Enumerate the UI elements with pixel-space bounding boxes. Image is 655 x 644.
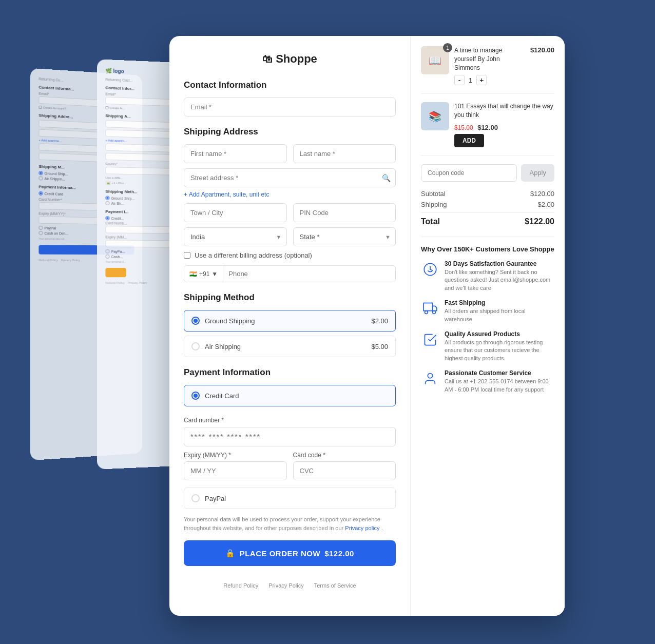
town-field <box>184 203 287 222</box>
coupon-input[interactable] <box>421 164 517 182</box>
product-1-image: 1 📖 <box>421 46 449 74</box>
street-input[interactable] <box>184 168 396 187</box>
product-2-image: 📚 <box>421 102 449 130</box>
total-label: Total <box>421 217 440 226</box>
product-2-name: 101 Essays that will change the way you … <box>454 102 554 120</box>
phone-country-code[interactable]: 🇮🇳 +91 ▼ <box>184 266 223 282</box>
qty-decrease-button[interactable]: - <box>454 75 465 85</box>
city-pin-row <box>184 203 396 222</box>
country-wrapper: India United States United Kingdom ▼ <box>184 227 287 246</box>
product-1-badge: 1 <box>443 43 452 52</box>
pin-field <box>293 203 396 222</box>
place-order-label: PLACE ORDER NOW <box>240 549 321 558</box>
apply-coupon-button[interactable]: Apply <box>521 164 554 182</box>
svg-rect-1 <box>423 303 433 311</box>
product-1-price: $120.00 <box>530 46 554 85</box>
country-select[interactable]: India United States United Kingdom <box>184 227 287 246</box>
subtotal-value: $120.00 <box>530 190 554 198</box>
ground-shipping-price: $2.00 <box>371 317 388 325</box>
air-shipping-option[interactable]: Air Shipping $5.00 <box>184 336 396 357</box>
search-icon: 🔍 <box>382 174 391 182</box>
email-input[interactable] <box>184 97 396 116</box>
name-row <box>184 144 396 163</box>
shipping-value: $2.00 <box>537 201 554 208</box>
trust-4-content: Passionate Customer Service Call us at +… <box>445 369 554 394</box>
cvc-label: Card code * <box>293 452 396 459</box>
total-value: $122.00 <box>525 217 554 226</box>
pin-input[interactable] <box>293 203 396 222</box>
trust-3-title: Quality Assured Products <box>445 330 554 338</box>
credit-card-label: Credit Card <box>205 392 239 400</box>
last-name-input[interactable] <box>293 144 396 163</box>
shipping-label: Shipping <box>421 201 447 208</box>
trust-4-title: Passionate Customer Service <box>445 369 554 377</box>
add-apt-link[interactable]: + Add Apartment, suite, unit etc <box>184 191 269 198</box>
privacy-link[interactable]: Privacy policy <box>345 525 379 531</box>
product-2-new-price: $12.00 <box>477 124 498 131</box>
paypal-option[interactable]: PayPal <box>184 487 396 509</box>
place-order-price: $122.00 <box>324 549 354 558</box>
privacy-policy-link[interactable]: Privacy Policy <box>268 582 303 589</box>
order-sidebar: 1 📖 A time to manage yourself By John Si… <box>411 36 565 616</box>
privacy-text: Your personal data will be used to proce… <box>184 515 396 532</box>
credit-card-radio <box>191 392 200 400</box>
shipping-section-title: Shipping Address <box>184 127 396 137</box>
terms-link[interactable]: Terms of Service <box>314 582 356 589</box>
ground-shipping-radio <box>191 317 200 325</box>
paypal-radio <box>191 494 200 502</box>
billing-checkbox-row: Use a different billing address (optiona… <box>184 251 396 259</box>
product-1-name: A time to manage yourself By John Simmon… <box>454 46 525 72</box>
ground-shipping-left: Ground Shipping <box>191 317 255 325</box>
phone-input[interactable] <box>223 266 395 282</box>
main-card: 🛍 Shoppe Contact Information Shipping Ad… <box>169 36 565 616</box>
app-title: Shoppe <box>276 52 317 66</box>
payment-section-title: Payment Information <box>184 367 396 378</box>
trust-item-4: Passionate Customer Service Call us at +… <box>421 369 554 394</box>
qty-controls: - 1 + <box>454 75 525 85</box>
air-shipping-radio <box>191 342 200 350</box>
contact-section-title: Contact Information <box>184 80 396 90</box>
credit-card-option[interactable]: Credit Card <box>184 385 396 406</box>
qty-increase-button[interactable]: + <box>476 75 487 85</box>
phone-chevron-icon: ▼ <box>211 270 218 278</box>
last-name-field <box>293 144 396 163</box>
trust-1-content: 30 Days Satisfaction Gaurantee Don't lik… <box>445 260 554 292</box>
trust-1-title: 30 Days Satisfaction Gaurantee <box>445 260 554 267</box>
air-shipping-price: $5.00 <box>371 343 388 350</box>
place-order-button[interactable]: 🔒 PLACE ORDER NOW $122.00 <box>184 540 396 566</box>
expiry-input[interactable] <box>184 461 287 480</box>
shipping-method-title: Shipping Method <box>184 292 396 303</box>
product-2-item: 📚 101 Essays that will change the way yo… <box>421 102 554 156</box>
state-wrapper: State * Maharashtra Karnataka ▼ <box>293 227 396 246</box>
first-name-input[interactable] <box>184 144 287 163</box>
phone-code: +91 <box>199 270 209 278</box>
town-input[interactable] <box>184 203 287 222</box>
first-name-field <box>184 144 287 163</box>
phone-row: 🇮🇳 +91 ▼ <box>184 265 396 282</box>
state-select[interactable]: State * Maharashtra Karnataka <box>293 227 396 246</box>
trust-4-desc: Call us at +1-202-555-0174 between 9:00 … <box>445 378 554 394</box>
logo-icon: 🛍 <box>262 53 273 65</box>
flag-icon: 🇮🇳 <box>189 270 197 278</box>
qty-display: 1 <box>469 76 472 84</box>
svg-point-4 <box>428 374 432 378</box>
total-row: Total $122.00 <box>421 212 554 226</box>
ground-shipping-option[interactable]: Ground Shipping $2.00 <box>184 310 396 331</box>
product-2-add-button[interactable]: ADD <box>454 134 484 147</box>
country-state-row: India United States United Kingdom ▼ Sta… <box>184 227 396 246</box>
air-shipping-left: Air Shipping <box>191 342 241 350</box>
paypal-label: PayPal <box>205 495 226 502</box>
svg-point-3 <box>433 311 436 314</box>
trust-1-desc: Don't like something? Sent it back no qu… <box>445 268 554 292</box>
card-number-input[interactable] <box>184 427 396 446</box>
air-shipping-label: Air Shipping <box>205 343 241 350</box>
cvc-input[interactable] <box>293 461 396 480</box>
trust-2-title: Fast Shipping <box>445 299 554 306</box>
coupon-row: Apply <box>421 164 554 182</box>
billing-checkbox[interactable] <box>184 252 190 259</box>
email-field-wrapper <box>184 97 396 116</box>
product-1-item: 1 📖 A time to manage yourself By John Si… <box>421 46 554 94</box>
refund-link[interactable]: Refund Policy <box>223 582 258 589</box>
subtotal-label: Subtotal <box>421 190 446 198</box>
expiry-cvc-row: Expiry (MM/YY) * Card code * <box>184 452 396 480</box>
